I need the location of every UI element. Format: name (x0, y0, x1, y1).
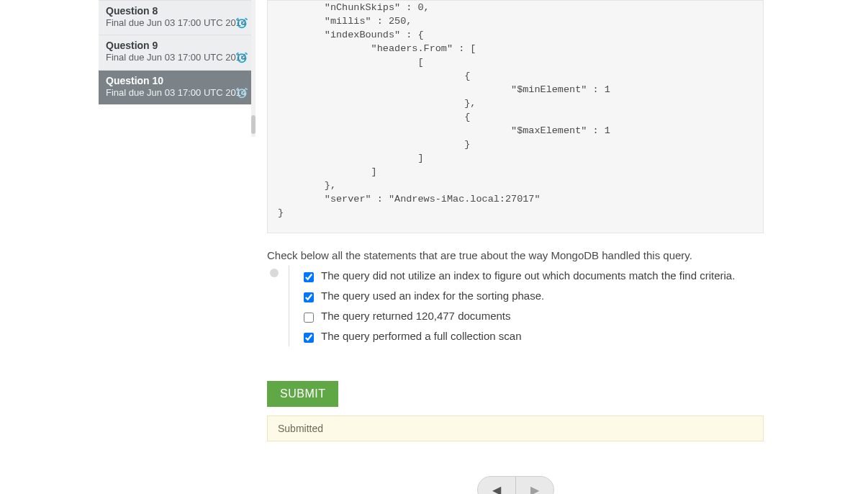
question-title: Question 9 (106, 40, 248, 51)
option-label: The query performed a full collection sc… (321, 330, 521, 342)
option-checkbox[interactable] (304, 313, 314, 323)
prev-button[interactable]: ◀ (478, 477, 515, 494)
alarm-clock-icon (235, 51, 248, 64)
options-list: The query did not utilize an index to fi… (289, 266, 764, 346)
option-row[interactable]: The query did not utilize an index to fi… (304, 266, 764, 286)
submission-status: Submitted (267, 416, 764, 441)
question-due: Final due Jun 03 17:00 UTC 2014 (106, 17, 248, 29)
question-title: Question 10 (106, 75, 248, 86)
sidebar-item-question[interactable]: Question 8Final due Jun 03 17:00 UTC 201… (99, 0, 256, 35)
option-checkbox[interactable] (304, 292, 314, 302)
question-title: Question 8 (106, 5, 248, 17)
option-row[interactable]: The query used an index for the sorting … (304, 286, 764, 306)
next-button[interactable]: ▶ (516, 477, 553, 494)
question-sidebar: Question 8Final due Jun 03 17:00 UTC 201… (99, 0, 256, 104)
option-label: The query used an index for the sorting … (321, 289, 544, 302)
sidebar-item-question[interactable]: Question 9Final due Jun 03 17:00 UTC 201… (99, 35, 256, 69)
question-due: Final due Jun 03 17:00 UTC 2014 (106, 52, 248, 63)
alarm-clock-icon (235, 86, 248, 99)
pager-container: ◀ ▶ (267, 476, 764, 494)
option-row[interactable]: The query performed a full collection sc… (304, 326, 764, 346)
chevron-left-icon: ◀ (492, 483, 501, 495)
option-checkbox[interactable] (304, 272, 314, 282)
answer-area: The query did not utilize an index to fi… (267, 266, 764, 346)
submit-button[interactable]: SUBMIT (267, 381, 338, 407)
question-due: Final due Jun 03 17:00 UTC 2014 (106, 87, 248, 99)
alarm-clock-icon (235, 17, 248, 30)
answer-status-indicator (267, 266, 289, 346)
option-checkbox[interactable] (304, 333, 314, 343)
sidebar-scrollbar[interactable] (251, 0, 256, 137)
main-content: "nChunkSkips" : 0, "millis" : 250, "inde… (267, 0, 764, 494)
sidebar-scroll-thumb[interactable] (251, 115, 256, 134)
sidebar-item-question[interactable]: Question 10Final due Jun 03 17:00 UTC 20… (99, 70, 256, 104)
option-label: The query returned 120,477 documents (321, 310, 511, 322)
option-label: The query did not utilize an index to fi… (321, 269, 735, 282)
option-row[interactable]: The query returned 120,477 documents (304, 306, 764, 326)
status-dot-icon (270, 269, 279, 277)
question-prompt: Check below all the statements that are … (267, 249, 764, 261)
pager: ◀ ▶ (477, 476, 554, 494)
code-block: "nChunkSkips" : 0, "millis" : 250, "inde… (267, 0, 764, 233)
chevron-right-icon: ▶ (530, 483, 539, 495)
